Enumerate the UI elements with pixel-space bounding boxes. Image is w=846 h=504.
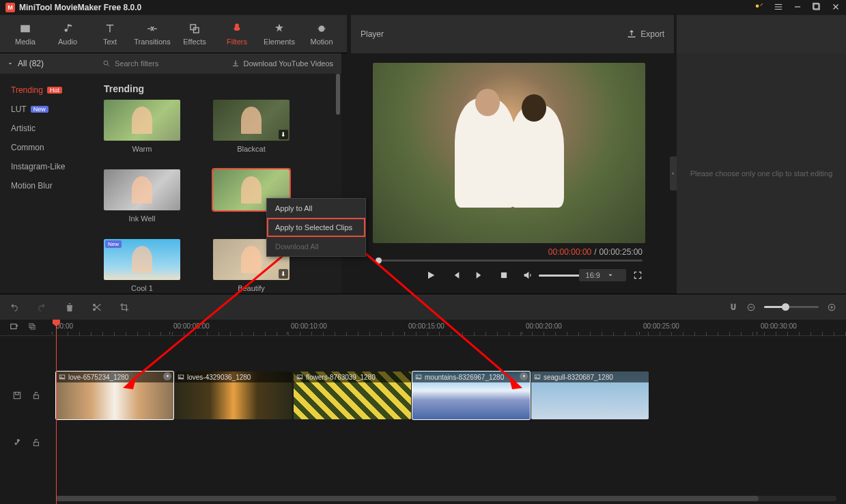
- filter-card-cool-1[interactable]: NewCool 1: [104, 239, 180, 292]
- crop-button[interactable]: [119, 302, 130, 313]
- filter-card-blackcat[interactable]: ⬇Blackcat: [213, 100, 290, 153]
- tab-media[interactable]: Media: [4, 15, 46, 53]
- video-track: love-6575234_1280⚬loves-4329036_1280flow…: [0, 372, 846, 419]
- category-label: Trending: [11, 85, 43, 95]
- preview-viewport: [373, 63, 645, 243]
- timeline-ruler[interactable]: 00:0000:00:05:0000:00:10:0000:00:15:0000…: [56, 320, 846, 336]
- tab-elements-label: Elements: [264, 38, 295, 46]
- ctx-apply-selected[interactable]: Apply to Selected Clips: [267, 218, 365, 237]
- category-label: LUT: [11, 104, 27, 114]
- category-label: Common: [11, 143, 44, 152]
- panel-collapse-button[interactable]: [670, 156, 677, 191]
- tab-filters[interactable]: Filters: [216, 15, 258, 53]
- delete-button[interactable]: [64, 302, 75, 313]
- play-button[interactable]: [425, 270, 436, 281]
- audio-track-icon[interactable]: [12, 438, 22, 447]
- export-label: Export: [640, 29, 664, 39]
- key-icon[interactable]: [755, 2, 764, 14]
- seek-bar[interactable]: [376, 260, 643, 262]
- player-header: Player Export: [351, 15, 674, 53]
- ruler-tick: 00:00:10:00: [291, 322, 327, 330]
- filter-card-warm[interactable]: Warm: [104, 100, 180, 153]
- category-item-instagram-like[interactable]: Instagram-Like: [0, 157, 94, 176]
- section-title: Trending: [104, 83, 332, 94]
- filter-scrollbar[interactable]: [336, 74, 340, 115]
- timeline-clip[interactable]: flowers-8763039_1280: [294, 372, 411, 419]
- ruler-tick: 00:00:25:00: [643, 322, 679, 330]
- context-menu: Apply to All Apply to Selected Clips Dow…: [266, 198, 366, 257]
- prev-frame-button[interactable]: [450, 270, 461, 281]
- next-frame-button[interactable]: [475, 270, 485, 281]
- search-icon: [102, 59, 111, 68]
- search-input[interactable]: Search filters: [102, 59, 158, 68]
- properties-hint: Please choose only one clip to start edi…: [690, 169, 833, 178]
- tab-motion[interactable]: Motion: [300, 15, 343, 53]
- category-item-motion-blur[interactable]: Motion Blur: [0, 176, 94, 195]
- right-header-spacer: [677, 15, 846, 53]
- image-icon: [178, 374, 184, 380]
- export-button[interactable]: Export: [627, 29, 664, 39]
- split-button[interactable]: [91, 302, 102, 313]
- timeline-clip[interactable]: mountains-8326967_1280⚬: [412, 372, 530, 419]
- stop-button[interactable]: [499, 270, 509, 280]
- timeline-clip[interactable]: love-6575234_1280⚬: [56, 372, 173, 419]
- tab-motion-label: Motion: [310, 38, 333, 46]
- category-item-artistic[interactable]: Artistic: [0, 119, 94, 138]
- aspect-ratio-select[interactable]: 16:9: [579, 269, 626, 281]
- badge-hot: Hot: [47, 87, 62, 94]
- image-icon: [415, 374, 422, 380]
- minimize-button[interactable]: [793, 2, 802, 14]
- magnet-button[interactable]: [729, 303, 738, 312]
- filter-name-label: Blackcat: [237, 145, 266, 153]
- category-label: Motion Blur: [11, 181, 53, 191]
- ctx-download-all[interactable]: Download All: [267, 237, 365, 256]
- zoom-slider[interactable]: [764, 306, 819, 308]
- filter-browser: Search filters Download YouTube Videos T…: [94, 53, 341, 294]
- tab-filters-label: Filters: [227, 38, 247, 46]
- track-manager-button[interactable]: [27, 322, 37, 331]
- maximize-button[interactable]: [812, 2, 821, 14]
- tab-effects-label: Effects: [183, 38, 206, 46]
- timeline-scrollbar[interactable]: [56, 496, 836, 501]
- hamburger-icon[interactable]: [774, 2, 783, 14]
- audio-lock-icon[interactable]: [31, 438, 41, 447]
- player-label: Player: [361, 29, 384, 39]
- add-track-button[interactable]: [10, 322, 19, 331]
- tab-effects[interactable]: Effects: [173, 15, 216, 53]
- redo-button[interactable]: [37, 302, 48, 313]
- zoom-in-button[interactable]: [827, 303, 836, 312]
- track-save-icon[interactable]: [12, 391, 22, 400]
- tab-audio[interactable]: Audio: [46, 15, 89, 53]
- category-sidebar: All (82) TrendingHotLUTNewArtisticCommon…: [0, 53, 94, 294]
- tab-transitions[interactable]: Transitions: [131, 15, 173, 53]
- clip-label: mountains-8326967_1280: [412, 372, 530, 382]
- filter-name-label: Warm: [132, 145, 152, 153]
- svg-point-19: [180, 376, 180, 377]
- category-item-trending[interactable]: TrendingHot: [0, 81, 94, 100]
- ctx-apply-all[interactable]: Apply to All: [267, 199, 365, 218]
- category-item-common[interactable]: Common: [0, 138, 94, 157]
- category-item-lut[interactable]: LUTNew: [0, 100, 94, 119]
- image-icon: [296, 374, 303, 380]
- timeline-clip[interactable]: seagull-8320687_1280: [531, 372, 649, 419]
- download-badge-icon: ⬇: [279, 269, 288, 279]
- filter-name-label: Beautify: [238, 284, 265, 292]
- close-button[interactable]: [831, 2, 841, 14]
- tab-elements[interactable]: Elements: [258, 15, 300, 53]
- zoom-out-button[interactable]: [746, 303, 756, 312]
- volume-icon[interactable]: [522, 270, 533, 281]
- aspect-ratio-label: 16:9: [586, 271, 600, 279]
- search-placeholder: Search filters: [115, 59, 158, 68]
- filter-card-ink-well[interactable]: Ink Well: [104, 169, 180, 223]
- tab-text[interactable]: Text: [89, 15, 131, 53]
- fullscreen-button[interactable]: [633, 270, 643, 280]
- category-all[interactable]: All (82): [0, 53, 94, 74]
- track-lock-icon[interactable]: [31, 391, 41, 400]
- download-youtube-link[interactable]: Download YouTube Videos: [231, 59, 334, 68]
- image-icon: [59, 374, 66, 380]
- timeline-clip[interactable]: loves-4329036_1280: [175, 372, 292, 419]
- clip-label: flowers-8763039_1280: [294, 372, 411, 382]
- playhead[interactable]: [56, 320, 57, 504]
- undo-button[interactable]: [10, 302, 20, 313]
- tab-media-label: Media: [15, 38, 36, 46]
